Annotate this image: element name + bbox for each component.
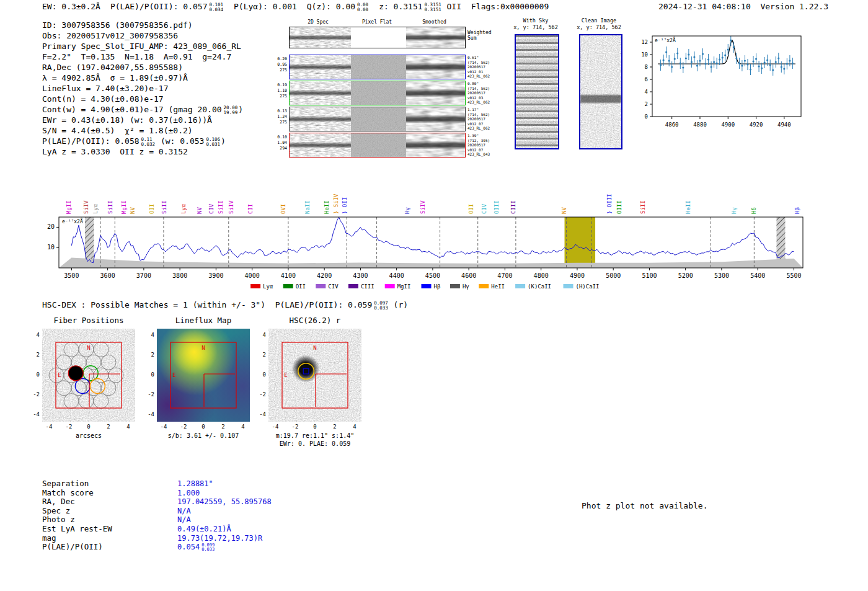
match-row-label: RA, Dec	[42, 497, 177, 506]
data-point	[752, 60, 754, 62]
fiber-ytick-label: 2	[27, 352, 40, 358]
data-point	[719, 58, 720, 60]
info-lambda: λ = 4902.85Å σ = 1.89(±0.97)Å	[42, 73, 243, 84]
info-plae-w-uncertainty: 0.1060.031	[206, 137, 220, 146]
x-tick-label: 4920	[750, 122, 763, 128]
legend-label: OII	[296, 283, 306, 290]
data-point	[775, 61, 777, 63]
data-point	[772, 69, 774, 71]
match-table-row: Separation1.28881"	[42, 479, 309, 488]
header-z: z: 0.31510.31510.3151 OII	[379, 2, 461, 12]
emission-line-label: CIV	[481, 203, 487, 214]
hsc-overlay: NE	[268, 329, 361, 422]
row-weights: 0.200.95275	[271, 55, 289, 79]
x-tick-label: 4860	[665, 122, 679, 128]
data-point	[676, 52, 678, 54]
extraction-frame	[56, 342, 122, 408]
fiber-circle-black	[68, 366, 83, 381]
legend-swatch	[422, 284, 432, 288]
fiber-ytick-label: -2	[27, 391, 40, 398]
x-tick-label: 5300	[714, 272, 729, 279]
emission-line-label: OIII	[494, 200, 500, 214]
match-row-value: 0.0540.0990.033	[177, 543, 215, 552]
emission-line-label: SiII	[218, 200, 224, 214]
fiber-circle	[49, 368, 64, 383]
data-point	[710, 66, 712, 68]
row-weights: 0.131.24275	[271, 107, 289, 131]
emission-line-label: OII	[149, 204, 155, 214]
row-annotation: 0.80"(714, 562)20200517v012_03423_RL_062	[466, 81, 500, 105]
info-cont-w-end: )	[238, 105, 243, 114]
info-id: ID: 3007958356 (3007958356.pdf)	[42, 20, 243, 31]
x-tick-label: 4200	[317, 272, 332, 279]
data-point	[707, 58, 709, 60]
emission-streak	[290, 90, 351, 97]
x-tick-label: 4900	[570, 272, 585, 279]
hsc-panel-title: HSC(26.2) r	[268, 316, 361, 325]
emission-streak	[290, 35, 351, 40]
emission-line-label: } OII	[342, 197, 348, 214]
info-cont-w-text: Cont(w) = 4.90(±0.01)e-17 (gmag 20.00	[42, 105, 222, 114]
data-point	[668, 60, 670, 61]
header-flags: Flags:0x00000009	[471, 2, 549, 12]
lineflux-ytick-label: -2	[142, 391, 154, 398]
spec2d-header-2dspec: 2D Spec	[287, 19, 349, 25]
info-plae-end: )	[221, 136, 226, 146]
fiber-circle	[101, 355, 116, 370]
compass-east-label: E	[58, 372, 61, 378]
data-point	[685, 57, 687, 59]
emission-line-label: } OIII	[606, 193, 613, 214]
y-tick-label: 10	[47, 244, 55, 251]
fiber-circle	[56, 381, 71, 396]
match-row-uncertainty: 0.0990.033	[202, 543, 215, 552]
x-tick-label: 5200	[678, 272, 693, 279]
y-tick-label: 2	[645, 101, 648, 107]
fiber-ytick-label: -4	[27, 411, 40, 417]
spec2d-cell	[351, 133, 406, 157]
emission-line-label: Hγ	[404, 207, 410, 214]
hsc-ytick-label: -4	[254, 411, 266, 417]
header-qz-value: Q(z): 0.00	[307, 2, 355, 11]
fiber-circle	[101, 381, 116, 396]
fiber-circle	[108, 368, 123, 383]
sky-stripes-overlay	[516, 35, 558, 148]
lineflux-xtick-label: 0	[197, 424, 210, 430]
match-row-label: Spec z	[42, 506, 177, 515]
emission-line-label: OIII	[616, 200, 622, 214]
fiber-xtick-label: 2	[102, 424, 115, 430]
fiber-ytick-label: 4	[27, 332, 40, 338]
row-annotation: 0.61"(714, 562)20200517v012_01423_RL_062	[466, 55, 500, 79]
match-table-row: Photo zN/A	[42, 515, 309, 524]
info-sn: S/N = 4.4(±0.5) χ² = 1.8(±0.2)	[42, 126, 243, 136]
fiber-circle	[94, 394, 108, 409]
fiber-xtick-label: 0	[82, 424, 95, 430]
lineflux-ytick-label: 0	[142, 371, 154, 378]
match-row-value: 19.73(19.72,19.73)R	[177, 534, 262, 543]
data-point	[777, 57, 779, 59]
match-row-label: mag	[42, 533, 177, 543]
spec2d-weighted-row: WeightedSum	[271, 27, 500, 48]
clean-xy: x, y: 714, 562	[565, 24, 632, 31]
emission-line-label: NaII	[304, 200, 311, 214]
extraction-frame	[282, 342, 348, 408]
legend-label: Hγ	[463, 283, 469, 290]
x-tick-label: 5000	[606, 272, 621, 279]
fiber-ytick-label: 0	[27, 371, 40, 378]
spec2d-cell	[351, 107, 406, 131]
data-point	[696, 64, 698, 66]
data-point	[746, 63, 748, 65]
fiber-circle-orange	[90, 379, 105, 394]
lineflux-xtick-label: -2	[177, 424, 190, 430]
emission-line-label: SiII	[107, 200, 113, 214]
emission-line-label: CII	[247, 204, 254, 214]
match-row-label: Separation	[42, 479, 177, 488]
match-row-label: Est LyA rest-EW	[42, 524, 177, 533]
spec2d-cutout-rows: WeightedSum0.200.952750.61"(714, 562)202…	[271, 27, 500, 159]
fiber-circle	[64, 342, 79, 357]
emission-line-label: NV	[561, 207, 567, 214]
row-weights	[271, 27, 289, 48]
hsc-ytick-label: 0	[254, 371, 266, 378]
weighted-sum-label: WeightedSum	[466, 27, 500, 48]
match-row-label: Photo z	[42, 515, 177, 524]
emission-streak	[406, 141, 465, 149]
